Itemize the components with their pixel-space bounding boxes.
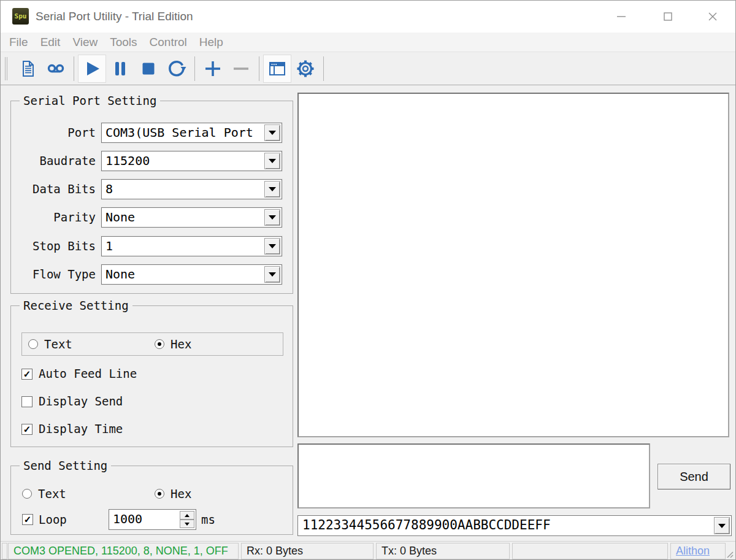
dropdown-arrow-icon xyxy=(269,215,276,220)
plus-icon xyxy=(202,58,224,80)
menu-edit[interactable]: Edit xyxy=(34,36,67,49)
loop-interval-value: 1000 xyxy=(113,510,178,529)
dropdown-button[interactable] xyxy=(264,209,280,226)
resize-grip[interactable] xyxy=(724,549,734,559)
refresh-icon xyxy=(166,58,188,80)
data-bits-label: Data Bits xyxy=(11,179,96,199)
send-setting-group: Send Setting Text Hex ✓ Loop 1000 ms xyxy=(10,466,293,535)
dropdown-arrow-icon xyxy=(269,187,276,191)
minimize-button[interactable] xyxy=(598,1,645,33)
gear-icon xyxy=(294,58,316,80)
toolbar-separator xyxy=(323,56,324,81)
send-input[interactable] xyxy=(297,443,650,508)
toolbar-separator xyxy=(74,56,74,81)
dropdown-button[interactable] xyxy=(264,238,280,255)
stop-icon xyxy=(137,58,159,80)
send-text-radio[interactable] xyxy=(22,489,32,499)
spin-up-button[interactable] xyxy=(180,511,194,520)
auto-feed-line-checkbox[interactable]: ✓ xyxy=(21,369,33,380)
group-title: Receive Setting xyxy=(20,299,132,312)
loop-label[interactable]: Loop xyxy=(39,513,67,526)
dropdown-button[interactable] xyxy=(264,153,280,169)
check-icon: ✓ xyxy=(24,514,32,524)
baudrate-label: Baudrate xyxy=(11,151,96,171)
refresh-button[interactable] xyxy=(163,55,191,83)
display-time-label[interactable]: Display Time xyxy=(39,422,123,435)
baudrate-value: 115200 xyxy=(105,152,264,171)
menu-view[interactable]: View xyxy=(66,36,104,49)
pause-button[interactable] xyxy=(106,55,134,83)
menu-help[interactable]: Help xyxy=(193,36,229,49)
record-button[interactable] xyxy=(42,55,70,83)
remove-button[interactable] xyxy=(227,55,255,83)
send-hex-radio-label[interactable]: Hex xyxy=(171,487,191,501)
stop-bits-select[interactable]: 1 xyxy=(101,236,282,256)
flow-type-label: Flow Type xyxy=(11,264,96,285)
play-icon xyxy=(81,58,103,80)
data-bits-select[interactable]: 8 xyxy=(101,179,282,199)
send-history-combo[interactable]: 11223344556677889900AABBCCDDEEFF xyxy=(297,515,732,536)
flow-type-value: None xyxy=(105,265,264,284)
spin-down-button[interactable] xyxy=(180,520,194,528)
settings-button[interactable] xyxy=(291,55,320,83)
spin-up-icon xyxy=(185,514,190,517)
receive-mode-frame: Text Hex xyxy=(21,332,283,356)
send-button[interactable]: Send xyxy=(657,464,730,489)
parity-select[interactable]: None xyxy=(101,207,282,228)
menu-control[interactable]: Control xyxy=(144,36,193,49)
app-window: Spu Serial Port Utility - Trial Edition … xyxy=(0,0,736,560)
data-bits-value: 8 xyxy=(105,180,264,199)
maximize-button[interactable] xyxy=(645,1,691,33)
app-icon: Spu xyxy=(12,8,29,25)
receive-text-radio[interactable] xyxy=(28,339,38,349)
baudrate-select[interactable]: 115200 xyxy=(101,151,282,171)
toolbar-separator xyxy=(194,56,195,81)
title-bar: Spu Serial Port Utility - Trial Edition xyxy=(1,1,735,33)
toolbar-separator xyxy=(259,56,259,81)
group-title: Serial Port Setting xyxy=(20,94,160,107)
close-button[interactable] xyxy=(689,1,736,33)
dropdown-button[interactable] xyxy=(264,125,280,141)
play-button[interactable] xyxy=(78,55,106,83)
auto-feed-line-label[interactable]: Auto Feed Line xyxy=(39,367,137,380)
toolbar-gripper[interactable] xyxy=(5,57,7,80)
display-send-checkbox[interactable]: ✓ xyxy=(21,396,33,407)
loop-unit-label: ms xyxy=(201,513,215,526)
port-value: COM3(USB Serial Port xyxy=(105,123,264,142)
receive-hex-radio[interactable] xyxy=(155,339,164,349)
minimize-icon xyxy=(615,10,627,23)
menu-tools[interactable]: Tools xyxy=(104,36,143,49)
dropdown-button[interactable] xyxy=(264,266,280,283)
loop-checkbox[interactable]: ✓ xyxy=(22,514,33,525)
dropdown-button[interactable] xyxy=(264,181,280,198)
send-text-radio-label[interactable]: Text xyxy=(38,487,66,501)
stop-bits-value: 1 xyxy=(105,237,264,256)
flow-type-select[interactable]: None xyxy=(101,264,282,285)
pause-icon xyxy=(109,58,131,80)
dropdown-button[interactable] xyxy=(714,517,730,534)
stop-bits-label: Stop Bits xyxy=(11,236,96,256)
stop-button[interactable] xyxy=(134,55,163,83)
receive-hex-radio-label[interactable]: Hex xyxy=(171,337,191,351)
toolbar xyxy=(1,53,735,85)
check-icon: ✓ xyxy=(23,424,31,434)
port-select[interactable]: COM3(USB Serial Port xyxy=(101,123,282,143)
receive-display[interactable] xyxy=(297,93,729,437)
new-file-button[interactable] xyxy=(13,55,42,83)
status-pane xyxy=(2,543,7,559)
add-button[interactable] xyxy=(199,55,227,83)
record-icon xyxy=(45,58,67,80)
display-time-checkbox[interactable]: ✓ xyxy=(21,424,33,435)
send-history-value: 11223344556677889900AABBCCDDEEFF xyxy=(302,516,713,535)
menu-file[interactable]: File xyxy=(3,36,34,49)
receive-text-radio-label[interactable]: Text xyxy=(44,337,72,351)
receive-setting-group: Receive Setting Text Hex ✓ Auto Feed Lin… xyxy=(10,305,293,447)
loop-interval-stepper[interactable]: 1000 xyxy=(109,509,196,530)
display-send-label[interactable]: Display Send xyxy=(39,394,123,408)
panel-view-button[interactable] xyxy=(263,55,291,83)
rx-bytes-status: Rx: 0 Bytes xyxy=(241,543,374,559)
brand-link[interactable]: Alithon xyxy=(676,545,710,557)
spin-down-icon xyxy=(185,523,190,526)
send-hex-radio[interactable] xyxy=(155,489,164,499)
parity-value: None xyxy=(105,208,264,227)
